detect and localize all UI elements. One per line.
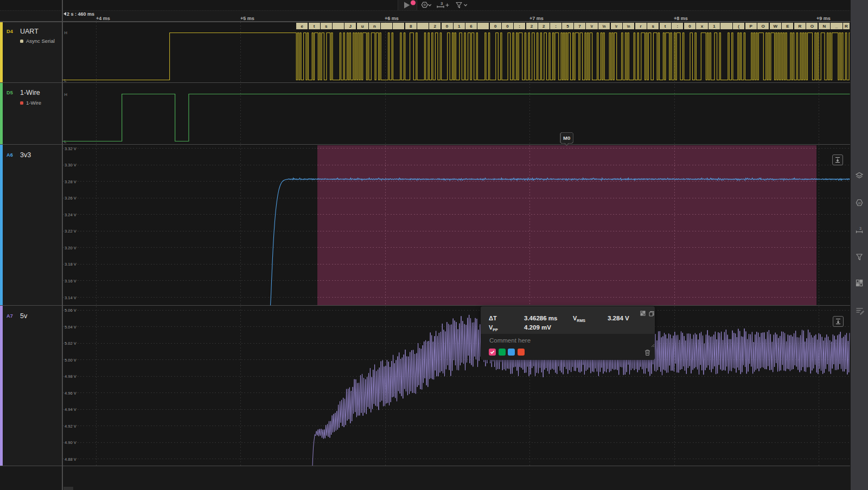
- svg-text:0: 0: [446, 24, 449, 29]
- svg-text:t: t: [665, 24, 666, 29]
- svg-text:2: 2: [542, 24, 545, 29]
- svg-text:\r: \r: [591, 24, 593, 28]
- svg-text:\r: \r: [615, 24, 618, 28]
- svg-text:(: (: [738, 24, 739, 29]
- svg-text:5: 5: [566, 24, 569, 29]
- svg-text:R: R: [798, 24, 801, 29]
- svg-text:7: 7: [578, 24, 581, 29]
- svg-text:_: _: [835, 24, 838, 29]
- svg-text:0: 0: [494, 24, 497, 29]
- svg-text:H: H: [65, 30, 67, 35]
- svg-text:M0: M0: [563, 135, 570, 141]
- svg-text:E: E: [786, 24, 789, 29]
- svg-text:\n: \n: [603, 24, 606, 28]
- svg-text::: :: [555, 24, 557, 29]
- svg-text:1: 1: [713, 24, 716, 29]
- svg-text:u: u: [361, 24, 364, 29]
- svg-text:1: 1: [458, 24, 461, 29]
- svg-text:0: 0: [688, 24, 691, 29]
- svg-text:3.20 V: 3.20 V: [65, 246, 76, 250]
- svg-text:4.92 V: 4.92 V: [65, 424, 76, 429]
- svg-text::: :: [519, 24, 520, 29]
- svg-text:H: H: [65, 92, 67, 97]
- svg-text:5.06 V: 5.06 V: [65, 308, 76, 313]
- svg-text:3: 3: [859, 227, 861, 230]
- svg-text:O: O: [810, 24, 814, 29]
- svg-text:3.14 V: 3.14 V: [65, 295, 76, 300]
- svg-text:5.02 V: 5.02 V: [65, 341, 76, 346]
- svg-text:4.94 V: 4.94 V: [65, 407, 76, 412]
- svg-text:3: 3: [441, 1, 443, 6]
- svg-text:e: e: [301, 24, 303, 29]
- svg-text:4.90 V: 4.90 V: [65, 440, 76, 445]
- svg-text:3.22 V: 3.22 V: [65, 229, 76, 234]
- svg-text:1F: 1F: [858, 202, 861, 205]
- svg-text:2: 2: [531, 24, 533, 29]
- svg-text:O: O: [761, 24, 764, 29]
- svg-text::: :: [676, 24, 678, 29]
- svg-text:4.98 V: 4.98 V: [65, 374, 76, 379]
- svg-text:\n: \n: [627, 24, 630, 28]
- svg-text:4.88 V: 4.88 V: [65, 457, 76, 462]
- svg-text:r: r: [640, 24, 642, 29]
- svg-text:t: t: [314, 24, 315, 29]
- svg-text:5.04 V: 5.04 V: [65, 325, 76, 330]
- svg-text:s: s: [325, 24, 328, 29]
- svg-text:3.18 V: 3.18 V: [65, 262, 76, 267]
- svg-text:2: 2: [434, 24, 437, 29]
- svg-text:3.32 V: 3.32 V: [65, 146, 76, 151]
- svg-text:s: s: [652, 24, 654, 29]
- svg-text:8: 8: [410, 24, 412, 29]
- svg-text:3.24 V: 3.24 V: [65, 212, 76, 217]
- svg-text:3.26 V: 3.26 V: [65, 196, 76, 201]
- svg-text:3.16 V: 3.16 V: [65, 279, 76, 283]
- svg-text:N: N: [823, 24, 826, 29]
- svg-text:3.30 V: 3.30 V: [65, 163, 76, 167]
- svg-text:P: P: [749, 24, 752, 29]
- svg-text:4.96 V: 4.96 V: [65, 391, 76, 396]
- svg-text:W: W: [773, 24, 777, 29]
- svg-text:5.00 V: 5.00 V: [65, 358, 76, 363]
- svg-text:3.28 V: 3.28 V: [65, 179, 76, 184]
- svg-text:0: 0: [506, 24, 509, 29]
- svg-text:6: 6: [470, 24, 473, 29]
- svg-text:n: n: [373, 24, 376, 29]
- svg-text:J: J: [349, 24, 352, 29]
- svg-text:x: x: [701, 24, 704, 29]
- svg-text:R: R: [845, 24, 848, 29]
